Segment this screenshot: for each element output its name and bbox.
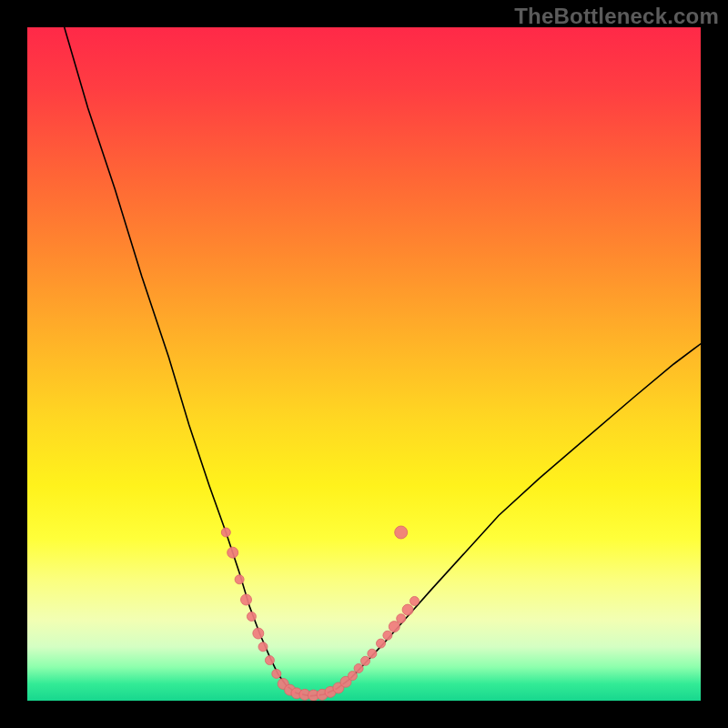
scatter-point — [253, 628, 264, 639]
scatter-point — [278, 679, 288, 690]
scatter-point — [247, 612, 256, 622]
scatter-point — [395, 526, 408, 539]
scatter-point — [360, 656, 369, 665]
scatter-point — [410, 596, 420, 605]
scatter-point — [241, 594, 252, 605]
scatter-point — [272, 669, 281, 678]
scatter-point — [348, 672, 357, 681]
scatter-point — [308, 690, 319, 701]
scatter-point — [291, 688, 302, 699]
scatter-point — [354, 663, 363, 672]
scatter-point — [368, 649, 377, 658]
scatter-point — [402, 604, 413, 615]
scatter-point — [377, 639, 386, 648]
scatter-point — [265, 656, 274, 665]
scatter-point — [340, 676, 351, 687]
scatter-point — [317, 689, 328, 700]
scatter-point — [285, 684, 296, 695]
scatter-point — [333, 682, 344, 693]
curve-svg — [27, 27, 701, 701]
scatter-point — [221, 528, 230, 537]
scatter-point — [397, 614, 406, 623]
plot-area — [27, 27, 701, 701]
chart-frame: TheBottleneck.com — [0, 0, 728, 728]
scatter-point — [389, 622, 399, 632]
scatter-point — [258, 642, 268, 652]
scatter-point — [228, 547, 238, 558]
watermark-text: TheBottleneck.com — [514, 4, 719, 29]
scatter-markers — [221, 526, 419, 701]
scatter-point — [299, 689, 310, 700]
scatter-point — [235, 575, 244, 584]
scatter-point — [383, 631, 392, 640]
scatter-point — [325, 686, 336, 697]
bottleneck-curve — [65, 27, 701, 696]
